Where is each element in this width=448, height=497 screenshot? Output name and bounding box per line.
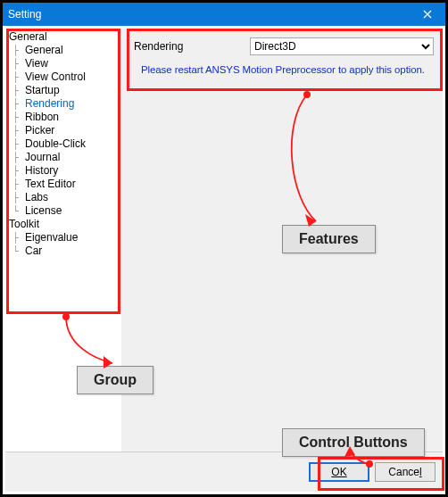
tree-item-label: Startup [25,84,60,96]
tree-branch-icon: ├ [12,44,25,57]
close-icon [423,10,432,19]
tree-item-license[interactable]: └ License [12,204,118,218]
cancel-button[interactable]: Cancel [375,462,436,482]
restart-message: Please restart ANSYS Motion Preprocessor… [121,55,443,75]
settings-window: Setting General├ General├ View├ View Con… [0,0,448,497]
callout-group: Group [77,366,153,394]
tree-root-label[interactable]: General [7,30,118,44]
tree-item-label: Journal [25,151,60,163]
titlebar: Setting [3,3,445,26]
tree-item-eigenvalue[interactable]: ├ Eigenvalue [12,231,118,244]
tree-item-journal[interactable]: ├ Journal [12,151,118,164]
tree-branch-icon: ├ [12,151,25,164]
tree-item-startup[interactable]: ├ Startup [12,84,118,97]
tree-branch-icon: ├ [12,137,25,151]
tree-item-label: Rendering [25,97,74,110]
window-title: Setting [8,8,41,21]
tree-item-label: Picker [25,124,54,137]
tree-item-labs[interactable]: ├ Labs [12,191,118,204]
tree-branch-icon: ├ [12,111,25,124]
tree-item-label: Labs [25,191,48,203]
button-bar: OK Cancel [5,451,443,492]
tree-branch-icon: └ [12,244,25,258]
tree-branch-icon: ├ [12,124,25,137]
tree-item-ribbon[interactable]: ├ Ribbon [12,111,118,124]
tree-branch-icon: ├ [12,70,25,84]
tree-branch-icon: ├ [12,231,25,244]
tree-item-label: Text Editor [25,178,76,190]
tree-item-car[interactable]: └ Car [12,244,118,258]
tree-item-view-control[interactable]: ├ View Control [12,70,118,84]
tree-branch-icon: ├ [12,97,25,111]
dialog-body: General├ General├ View├ View Control├ St… [5,29,443,492]
close-button[interactable] [410,3,445,26]
rendering-dropdown[interactable]: Direct3D [250,37,434,55]
tree-item-view[interactable]: ├ View [12,57,118,70]
tree-branch-icon: ├ [12,178,25,191]
tree-branch-icon: ├ [12,164,25,178]
tree-item-label: License [25,204,62,217]
tree-item-general[interactable]: ├ General [12,44,118,57]
tree-branch-icon: ├ [12,57,25,70]
tree-item-label: View [25,57,48,70]
tree-item-rendering[interactable]: ├ Rendering [12,97,118,111]
tree-item-label: General [25,44,63,56]
tree-item-text-editor[interactable]: ├ Text Editor [12,178,118,191]
tree-item-label: Double-Click [25,137,86,150]
tree-root-label[interactable]: Toolkit [7,218,118,231]
callout-control: Control Buttons [282,428,425,457]
tree-item-picker[interactable]: ├ Picker [12,124,118,137]
callout-features: Features [282,225,376,253]
tree-item-label: View Control [25,70,86,83]
tree-item-label: Ribbon [25,111,59,123]
tree-item-label: Eigenvalue [25,231,78,244]
tree-branch-icon: ├ [12,84,25,97]
tree-item-history[interactable]: ├ History [12,164,118,178]
rendering-label: Rendering [134,40,250,53]
tree-branch-icon: └ [12,204,25,218]
tree-item-double-click[interactable]: ├ Double-Click [12,137,118,151]
rendering-row: Rendering Direct3D [121,29,443,55]
tree-item-label: History [25,164,58,177]
tree-item-label: Car [25,244,42,257]
ok-button[interactable]: OK [309,462,369,482]
tree-branch-icon: ├ [12,191,25,204]
